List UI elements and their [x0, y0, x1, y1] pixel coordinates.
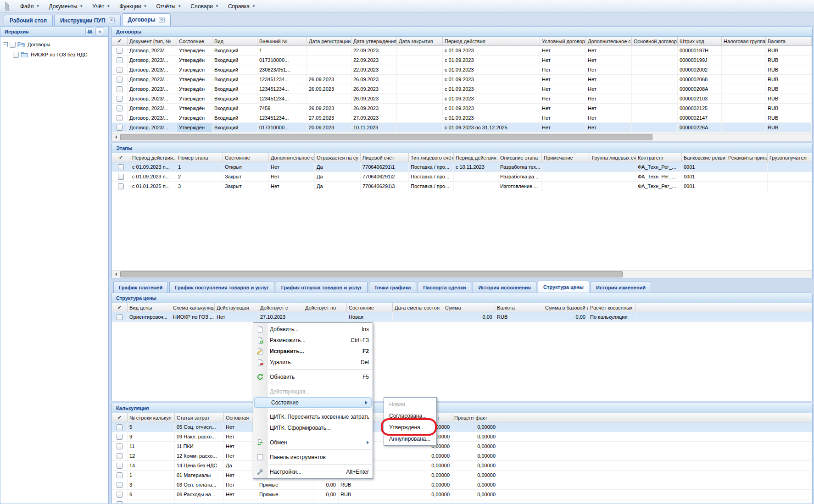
row-checkbox[interactable] [117, 48, 123, 54]
row-checkbox[interactable] [117, 453, 123, 459]
detail-tab[interactable]: История исполнения [473, 282, 536, 293]
row-checkbox[interactable] [117, 463, 123, 469]
menu-item[interactable]: ЦИТК. Сформировать... [253, 422, 373, 433]
column-header[interactable]: Банковские рекви [682, 153, 726, 162]
collapse-node-icon[interactable]: − [3, 42, 8, 47]
menubar-item[interactable]: Учёт▼ [88, 1, 115, 11]
menu-item[interactable]: Настройки...Alt+Enter [253, 466, 373, 477]
row-checkbox[interactable] [118, 174, 124, 180]
menu-item[interactable]: Панель инструментов [253, 452, 373, 463]
detail-tab[interactable]: График платежей [113, 282, 168, 293]
table-row[interactable]: Договор, 2023/...УтверждёнВходящий123451… [112, 75, 812, 84]
search-icon[interactable] [85, 28, 94, 35]
table-row[interactable]: Договор, 2023/...УтверждёнВходящий123451… [112, 113, 812, 123]
column-header[interactable]: Вид цены [128, 303, 171, 312]
menubar-item[interactable]: Словари▼ [186, 1, 223, 11]
menubar-item[interactable]: Отчёты▼ [151, 1, 186, 11]
table-row[interactable]: Договор, 2023/...УтверждёнВходящий745926… [112, 104, 812, 113]
column-header[interactable]: Реквизиты принад [726, 153, 768, 162]
column-header[interactable]: Тип лицевого счёт [409, 153, 454, 162]
table-row[interactable]: 1212 Комм. расхо...Нет0,000000,00000 [112, 451, 812, 461]
column-header[interactable]: Примечание [542, 153, 590, 162]
select-all-column-header[interactable]: ✓ [112, 303, 128, 312]
close-tab-icon[interactable]: ✕ [159, 17, 165, 23]
row-checkbox[interactable] [117, 125, 123, 131]
column-header[interactable]: Отражается на су [315, 153, 361, 162]
table-row[interactable]: с 01.01.2025 п...3ЗакрытНетДа7706406291\… [112, 182, 812, 191]
select-all-column-header[interactable]: ✓ [112, 153, 130, 162]
window-tab[interactable]: Инструкции ПУП✕ [54, 15, 120, 26]
scrollbar-thumb[interactable] [120, 134, 652, 140]
menu-item[interactable]: Аннулирована... [384, 433, 436, 444]
select-all-column-header[interactable]: ✓ [112, 37, 128, 45]
column-header[interactable]: Дополнительное с [269, 153, 315, 162]
column-header[interactable]: Действует по [303, 303, 347, 312]
window-tab[interactable]: Рабочий стол [4, 15, 53, 26]
column-header[interactable]: Действующая [215, 303, 258, 312]
row-checkbox[interactable] [117, 96, 123, 102]
column-header[interactable]: Валюта [766, 37, 812, 45]
column-header[interactable]: Контрагент [636, 153, 682, 162]
column-header[interactable]: Статья затрат [175, 413, 224, 422]
menu-item[interactable]: Добавить...Ins [253, 324, 373, 335]
column-header[interactable]: Номер этапа [176, 153, 223, 162]
scroll-left-arrow-icon[interactable] [112, 271, 120, 278]
row-checkbox[interactable] [117, 67, 123, 73]
column-header[interactable]: Схема калькуляци [171, 303, 215, 312]
row-checkbox[interactable] [118, 183, 124, 189]
menu-item[interactable]: Состояние [254, 397, 372, 408]
tree-checkbox[interactable] [13, 52, 19, 58]
menubar-item[interactable]: Справка▼ [223, 1, 260, 11]
column-header[interactable]: Штрих-код [678, 37, 722, 45]
column-header[interactable]: Документ (тип, № [128, 37, 177, 45]
column-header[interactable]: Состояние [223, 153, 269, 162]
column-header[interactable]: Валюта [495, 303, 543, 312]
column-header[interactable]: Состояние [347, 303, 393, 312]
row-checkbox[interactable] [118, 164, 124, 170]
row-checkbox[interactable] [117, 434, 123, 440]
table-row[interactable]: Договор, 2023/...УтверждёнВходящий122.09… [112, 46, 812, 55]
table-row[interactable]: с 01.09.2023 п...1ОткрытНетДа7706406291\… [112, 162, 812, 172]
column-header[interactable]: Сумма в базовой в [543, 303, 588, 312]
window-tab[interactable]: Договоры✕ [122, 13, 171, 26]
table-row[interactable]: Договор, 2023/...УтверждёнВходящий123451… [112, 94, 812, 104]
menu-item[interactable]: Согласована... [384, 410, 436, 421]
column-header[interactable]: Действует с [258, 303, 303, 312]
row-checkbox[interactable] [117, 492, 123, 498]
select-all-column-header[interactable]: ✓ [112, 413, 128, 422]
detail-tab[interactable]: История изменений [591, 282, 651, 293]
detail-tab[interactable]: Паспорта сделки [418, 282, 471, 293]
table-row[interactable]: 1111 ПКИНет0,000000,00000 [112, 442, 812, 451]
row-checkbox[interactable] [117, 443, 123, 449]
table-row[interactable]: 606 Расходы на ...НетПрямые0,00RUB0,0000… [112, 490, 812, 499]
table-row[interactable]: Ориентировоч...НИОКР по ГОЗ ...Нет27.10.… [112, 312, 812, 322]
menu-item[interactable]: ЦИТК. Пересчитать косвенные затраты... [253, 411, 373, 422]
menu-item[interactable]: Обмен [253, 437, 373, 448]
menubar-item[interactable]: Функции▼ [115, 1, 151, 11]
row-checkbox[interactable] [117, 105, 123, 111]
scrollbar-thumb[interactable] [120, 271, 623, 277]
tree-checkbox[interactable] [10, 42, 16, 48]
column-header[interactable]: Состояние [177, 37, 212, 45]
table-row[interactable]: 101 МатериалыНетПрямые0,00RUB0,000000,00… [112, 471, 812, 480]
row-checkbox[interactable] [117, 424, 123, 430]
column-header[interactable]: Дата закрытия [397, 37, 443, 45]
row-checkbox[interactable] [117, 86, 123, 92]
table-row[interactable]: Договор, 2023/...УтверждёнВходящий123451… [112, 84, 812, 94]
close-tab-icon[interactable]: ✕ [109, 17, 115, 23]
row-checkbox[interactable] [117, 77, 123, 83]
column-header[interactable]: Грузополучатель [768, 153, 807, 162]
table-row[interactable]: Договор, 2023/...УтверждёнВходящий017310… [112, 55, 812, 65]
table-row[interactable]: 303 Осн. оплата...НетПрямые0,00RUB0,0000… [112, 480, 812, 490]
column-header[interactable]: Налоговая группа. [722, 37, 766, 45]
stages-hscrollbar[interactable] [112, 270, 812, 278]
detail-tab[interactable]: График отпуска товаров и услуг [276, 282, 368, 293]
table-row[interactable]: Договор, 2023/...УтверждёнВходящий230823… [112, 65, 812, 75]
table-row[interactable]: 909 Накл. расхо...Нет0,000000,00000 [112, 432, 812, 442]
menu-item[interactable]: УдалитьDel [253, 357, 373, 368]
table-row[interactable]: 505 Соц. отчисл...Нет0,000000,00000 [112, 422, 812, 432]
row-checkbox[interactable] [117, 314, 123, 320]
row-checkbox[interactable] [117, 472, 123, 478]
column-header[interactable]: Группа лицевых сч [590, 153, 636, 162]
column-header[interactable]: Внешний № [257, 37, 307, 45]
